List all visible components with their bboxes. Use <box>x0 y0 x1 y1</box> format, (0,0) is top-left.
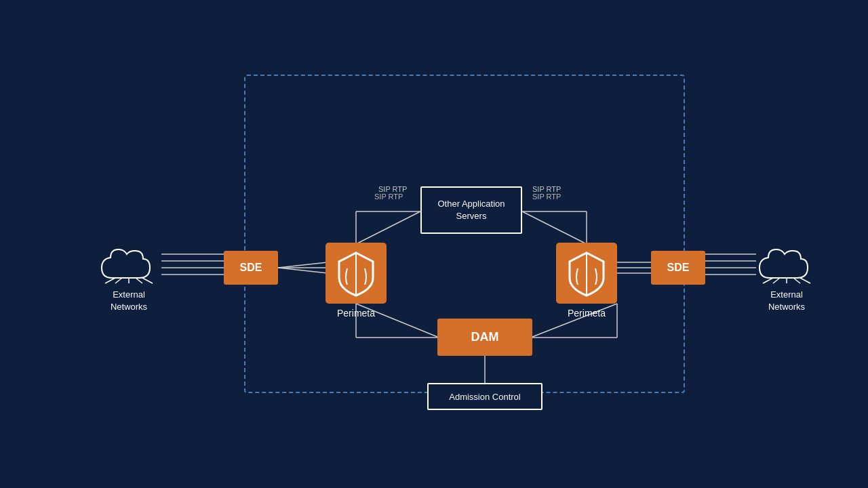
svg-line-31 <box>142 278 153 283</box>
perimeta-right-container: Perimeta <box>556 243 617 319</box>
svg-line-35 <box>793 278 800 283</box>
sip-rtp-label-left: SIP RTP <box>374 192 403 201</box>
perimeta-right-shield-icon <box>556 243 617 304</box>
sde-left-label: SDE <box>240 262 262 274</box>
cloud-right-container: External Networks <box>756 244 817 313</box>
cloud-left-icon <box>98 244 159 285</box>
sip-rtp-label-right: SIP RTP <box>532 192 561 201</box>
dam-label: DAM <box>471 330 499 344</box>
cloud-left-container: External Networks <box>98 244 159 313</box>
svg-line-36 <box>800 278 810 283</box>
dam-box: DAM <box>437 319 532 356</box>
admission-control-label: Admission Control <box>449 392 521 402</box>
svg-line-33 <box>773 278 780 283</box>
svg-line-28 <box>115 278 122 283</box>
svg-line-27 <box>105 278 115 283</box>
admission-control-box: Admission Control <box>427 383 542 410</box>
cloud-right-icon <box>756 244 817 285</box>
perimeta-left-label: Perimeta <box>337 308 375 319</box>
cloud-right-label: External Networks <box>768 289 805 313</box>
perimeta-right-label: Perimeta <box>568 308 606 319</box>
sde-right-label: SDE <box>667 262 690 274</box>
perimeta-left-container: Perimeta <box>326 243 387 319</box>
svg-line-30 <box>136 278 142 283</box>
app-servers-label: Other Application Servers <box>437 198 505 222</box>
diagram-container: SIP RTP SIP RTP Other Application Server… <box>61 54 807 434</box>
cloud-left-label: External Networks <box>111 289 147 313</box>
svg-line-32 <box>763 278 773 283</box>
app-servers-box: Other Application Servers <box>420 186 522 234</box>
perimeta-left-shield-icon <box>326 243 387 304</box>
sde-left-box: SDE <box>224 251 278 285</box>
sde-right-box: SDE <box>651 251 705 285</box>
